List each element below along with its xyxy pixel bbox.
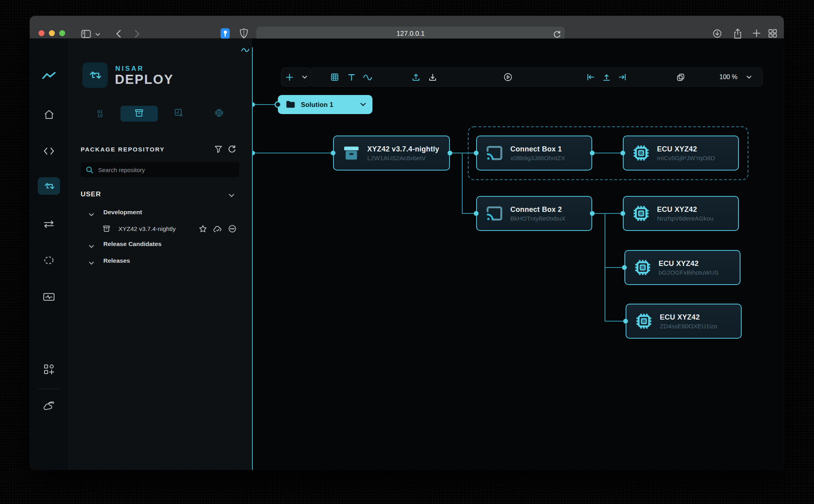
tab-binary[interactable]: 01 10 [81, 106, 119, 122]
node-ecu-3[interactable]: ECU XYZ42 bG2OGFxBihotuWUS [624, 250, 740, 285]
chip-icon [633, 259, 652, 276]
minimize-window-button[interactable] [49, 30, 55, 36]
chevron-down-icon [89, 211, 94, 218]
chip-icon [632, 144, 651, 162]
star-icon[interactable] [199, 225, 207, 235]
url-text: 127.0.0.1 [397, 30, 425, 37]
node-connect-box-2[interactable]: Connect Box 2 BkHOTntyBe0txbuX [476, 196, 592, 231]
zoom-window-button[interactable] [59, 30, 65, 36]
chip-icon [634, 312, 653, 330]
text-tool-button[interactable] [343, 68, 359, 86]
divider-wave-icon[interactable] [241, 47, 250, 54]
binary-icon: 01 10 [97, 110, 103, 118]
chevron-down-icon [89, 243, 94, 250]
search-icon [86, 166, 93, 174]
tab-packages[interactable] [120, 106, 158, 122]
device-signal-icon [174, 108, 184, 119]
browser-window: 127.0.0.1 [30, 16, 784, 470]
forward-button-icon[interactable] [134, 29, 140, 38]
align-right-button[interactable] [614, 68, 630, 86]
deploy-app-icon [82, 62, 108, 88]
archive-box-icon [103, 225, 110, 234]
rail-divider [38, 389, 60, 389]
chip-icon [214, 108, 224, 119]
search-input[interactable] [97, 166, 239, 174]
cast-screen-icon [485, 145, 504, 161]
folder-icon [286, 101, 295, 109]
cloud-check-icon[interactable] [213, 225, 223, 234]
grid-view-button[interactable] [327, 68, 343, 86]
rail-item-selection[interactable] [38, 252, 60, 269]
more-options-icon[interactable] [228, 225, 236, 235]
package-box-icon [342, 144, 361, 162]
node-ecu-4[interactable]: ECU XYZ42 ZD4ssE80OXEU1izo [626, 304, 742, 339]
tab-ecus[interactable] [200, 106, 238, 122]
desktop-background: 127.0.0.1 [0, 0, 814, 504]
copy-layers-button[interactable] [673, 68, 688, 86]
filter-icon[interactable] [214, 145, 223, 155]
refresh-icon[interactable] [228, 145, 236, 155]
node-ecu-1[interactable]: ECU XYZ42 mICv5GjlPJWYqO8D [623, 136, 739, 171]
panel-divider[interactable] [252, 47, 253, 470]
chevron-down-icon [89, 260, 94, 267]
node-connect-box-1[interactable]: Connect Box 1 x08b9g3J88OhntZX [476, 136, 592, 171]
zoom-level-label: 100 % [719, 68, 737, 86]
password-manager-extension-icon[interactable] [221, 28, 230, 39]
rail-item-home[interactable] [38, 106, 60, 123]
plus-icon [281, 68, 297, 86]
rail-item-deploy[interactable] [38, 177, 60, 195]
tab-connect-boxes[interactable] [160, 106, 198, 122]
node-ecu-2[interactable]: ECU XYZ42 NnzhpV6dereAGkou [623, 196, 739, 231]
chevron-down-icon [297, 68, 312, 86]
rail-item-apps-add[interactable] [38, 361, 60, 378]
download-button[interactable] [424, 68, 440, 86]
rail-item-transfer[interactable] [38, 215, 60, 233]
signal-tool-button[interactable] [360, 68, 376, 86]
graph-canvas[interactable]: 100 % Solution 1 [252, 39, 784, 470]
rail-item-cloud[interactable] [38, 397, 60, 415]
chevron-down-icon [229, 192, 235, 199]
node-solution-1[interactable]: Solution 1 [278, 95, 372, 114]
canvas-toolbar: 100 % [311, 68, 762, 86]
user-group-label: USER [81, 190, 101, 198]
cast-screen-icon [485, 205, 504, 221]
solution-label: Solution 1 [301, 101, 333, 109]
package-item-label: XYZ42 v3.7.4-nightly [118, 225, 176, 233]
archive-box-icon [134, 108, 144, 119]
rail-item-monitor[interactable] [38, 288, 60, 306]
align-top-button[interactable] [599, 68, 614, 86]
brand-name: NISAR [115, 65, 144, 73]
repository-search [81, 162, 239, 177]
upload-button[interactable] [408, 68, 424, 86]
shield-icon[interactable] [240, 28, 248, 39]
close-window-button[interactable] [39, 30, 45, 36]
downloads-icon[interactable] [713, 29, 722, 38]
add-node-button[interactable] [281, 68, 312, 86]
rail-item-code[interactable] [38, 142, 60, 160]
chip-icon [632, 205, 651, 222]
app-content: NISAR DEPLOY 01 10 [30, 39, 784, 470]
back-button-icon[interactable] [116, 29, 121, 38]
repository-title: PACKAGE REPOSITORY [81, 146, 165, 153]
sidebar-toggle-icon[interactable] [81, 30, 91, 38]
run-button[interactable] [500, 68, 516, 86]
new-tab-icon[interactable] [752, 29, 761, 37]
tab-overview-icon[interactable] [768, 29, 777, 38]
node-package[interactable]: XYZ42 v3.7.4-nightly L2W1AUS2Ac8xbetV [333, 136, 450, 171]
share-icon[interactable] [733, 28, 742, 39]
sidebar-panel: NISAR DEPLOY 01 10 [68, 39, 252, 470]
browser-titlebar: 127.0.0.1 [30, 16, 784, 39]
brand-product: DEPLOY [115, 72, 174, 87]
align-left-button[interactable] [583, 68, 599, 86]
user-group-header[interactable]: USER [81, 190, 239, 200]
zoom-menu-chevron-icon[interactable] [741, 68, 757, 86]
app-logo-wave-icon [38, 68, 60, 85]
navigation-rail [30, 39, 68, 470]
sidebar-menu-chevron-icon[interactable] [95, 33, 100, 36]
chevron-down-icon [360, 103, 366, 107]
